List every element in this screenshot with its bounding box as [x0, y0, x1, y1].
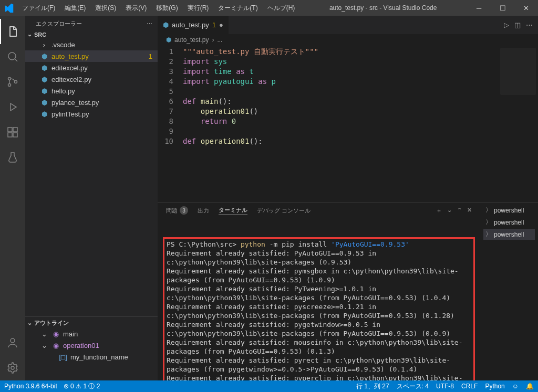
explorer-sidebar: エクスプローラー ⋯ ⌄ SRC ›.vscode⬢auto_test.py1⬢… — [25, 16, 158, 380]
minimap[interactable] — [500, 48, 536, 95]
new-terminal-icon[interactable]: ＋ — [436, 207, 442, 215]
outline-item[interactable]: ⌄◉main — [25, 328, 158, 340]
workspace-header[interactable]: ⌄ SRC — [25, 30, 158, 39]
terminal-instance[interactable]: 〉powershell — [483, 217, 535, 228]
svg-point-2 — [8, 84, 11, 87]
terminal[interactable]: PS C:\Python\src> python -m pip install … — [158, 218, 480, 380]
chevron-down-icon: ⌄ — [27, 31, 32, 38]
terminal-instance[interactable]: 〉powershell — [483, 229, 535, 240]
tab-auto-test[interactable]: ⬢ auto_test.py 1 ● — [158, 16, 229, 34]
extensions-icon[interactable] — [0, 120, 25, 145]
python-file-icon: ⬢ — [40, 87, 48, 95]
status-diagnostics[interactable]: ⊗ 0 ⚠ 1 ⓘ 2 — [64, 382, 100, 391]
file-label: editexcel2.py — [51, 76, 158, 83]
outline-label: main — [63, 330, 158, 338]
file-item[interactable]: ⬢pylance_test.py — [25, 97, 158, 108]
close-button[interactable]: ✕ — [514, 0, 538, 16]
outline-label: my_function_name — [70, 353, 158, 361]
python-file-icon: ⬢ — [40, 64, 48, 72]
menu-item[interactable]: 移動(G) — [152, 2, 182, 15]
menu-item[interactable]: 選択(S) — [91, 2, 120, 15]
testing-icon[interactable] — [0, 145, 25, 170]
breadcrumb[interactable]: ⬢ auto_test.py › ... — [158, 34, 538, 46]
editor[interactable]: 12345678910 """auto_test.py 自動実行テスト"""im… — [158, 46, 538, 202]
menu-item[interactable]: ヘルプ(H) — [263, 2, 299, 15]
maximize-panel-icon[interactable]: ⌃ — [457, 207, 462, 215]
file-item[interactable]: ⬢pylintTest.py — [25, 108, 158, 120]
svg-rect-7 — [13, 128, 17, 132]
svg-rect-6 — [13, 133, 17, 137]
tab-terminal[interactable]: ターミナル — [219, 206, 247, 215]
status-encoding[interactable]: UTF-8 — [436, 383, 454, 390]
menu-item[interactable]: ターミナル(T) — [214, 2, 262, 15]
tab-badge: 1 — [212, 21, 216, 29]
file-label: editexcel.py — [51, 64, 158, 72]
chevron-down-icon: ⌄ — [40, 342, 48, 349]
search-icon[interactable] — [0, 44, 25, 69]
file-label: .vscode — [51, 41, 158, 49]
powershell-icon: 〉 — [485, 218, 492, 227]
chevron-down-icon[interactable]: ⌄ — [447, 207, 452, 215]
tab-dirty-icon[interactable]: ● — [219, 21, 223, 29]
file-tree: ›.vscode⬢auto_test.py1⬢editexcel.py⬢edit… — [25, 39, 158, 120]
status-bell-icon[interactable]: 🔔 — [526, 383, 534, 390]
explorer-icon[interactable] — [0, 19, 25, 44]
problems-badge: 3 — [180, 206, 188, 215]
function-icon: ◉ — [51, 342, 60, 349]
status-bar: Python 3.9.6 64-bit ⊗ 0 ⚠ 1 ⓘ 2 行 1、列 27… — [0, 380, 538, 392]
status-python-version[interactable]: Python 3.9.6 64-bit — [4, 383, 57, 390]
minimize-button[interactable]: ─ — [467, 0, 491, 16]
more-icon[interactable]: ⋯ — [526, 21, 533, 29]
status-eol[interactable]: CRLF — [461, 383, 478, 390]
tab-output[interactable]: 出力 — [198, 207, 209, 215]
outline-item[interactable]: [□]my_function_name — [25, 351, 158, 363]
status-feedback-icon[interactable]: ☺ — [512, 383, 519, 390]
maximize-button[interactable]: ☐ — [491, 0, 514, 16]
outline-label: operation01 — [63, 342, 158, 349]
more-icon[interactable]: ⋯ — [147, 20, 152, 27]
vscode-logo-icon — [0, 0, 18, 16]
svg-rect-4 — [8, 128, 12, 132]
powershell-icon: 〉 — [485, 206, 492, 215]
variable-icon: [□] — [59, 353, 67, 361]
chevron-right-icon: › — [40, 41, 48, 49]
status-cursor-position[interactable]: 行 1、列 27 — [356, 382, 389, 391]
source-control-icon[interactable] — [0, 69, 25, 94]
status-indent[interactable]: スペース: 4 — [397, 382, 429, 391]
menu-item[interactable]: ファイル(F) — [18, 2, 59, 15]
file-item[interactable]: ⬢editexcel.py — [25, 62, 158, 73]
editor-tabs: ⬢ auto_test.py 1 ● ▷ ◫ ⋯ — [158, 16, 538, 34]
file-label: pylintTest.py — [51, 110, 158, 118]
run-debug-icon[interactable] — [0, 94, 25, 120]
terminal-instance[interactable]: 〉powershell — [483, 205, 535, 216]
outline-title: アウトライン — [34, 319, 69, 327]
panel-tabs: 問題3 出力 ターミナル デバッグ コンソール ＋ ⌄ ⌃ ✕ — [158, 203, 480, 218]
python-file-icon: ⬢ — [40, 76, 48, 83]
close-panel-icon[interactable]: ✕ — [467, 207, 472, 215]
python-file-icon: ⬢ — [166, 36, 171, 44]
menu-item[interactable]: 表示(V) — [121, 2, 151, 15]
svg-point-9 — [11, 366, 14, 369]
menu-item[interactable]: 実行(R) — [183, 2, 213, 15]
svg-point-8 — [11, 338, 15, 343]
python-file-icon: ⬢ — [40, 110, 48, 118]
split-editor-icon[interactable]: ◫ — [514, 21, 521, 29]
outline-header[interactable]: ⌄ アウトライン — [25, 316, 158, 328]
tab-problems[interactable]: 問題3 — [166, 206, 188, 215]
status-language[interactable]: Python — [485, 383, 504, 390]
run-icon[interactable]: ▷ — [504, 21, 509, 29]
file-item[interactable]: ⬢auto_test.py1 — [25, 50, 158, 62]
tab-debug-console[interactable]: デバッグ コンソール — [257, 207, 311, 215]
outline-item[interactable]: ⌄◉operation01 — [25, 340, 158, 351]
account-icon[interactable] — [0, 330, 25, 355]
file-item[interactable]: ⬢editexcel2.py — [25, 73, 158, 85]
workspace-name: SRC — [34, 31, 46, 38]
folder-item[interactable]: ›.vscode — [25, 39, 158, 50]
powershell-icon: 〉 — [485, 230, 492, 239]
file-item[interactable]: ⬢hello.py — [25, 85, 158, 97]
outline-tree: ⌄◉main⌄◉operation01[□]my_function_name — [25, 328, 158, 380]
window-title: auto_test.py - src - Visual Studio Code — [299, 4, 467, 12]
settings-gear-icon[interactable] — [0, 355, 25, 380]
menu-item[interactable]: 編集(E) — [60, 2, 90, 15]
python-file-icon: ⬢ — [163, 21, 169, 29]
